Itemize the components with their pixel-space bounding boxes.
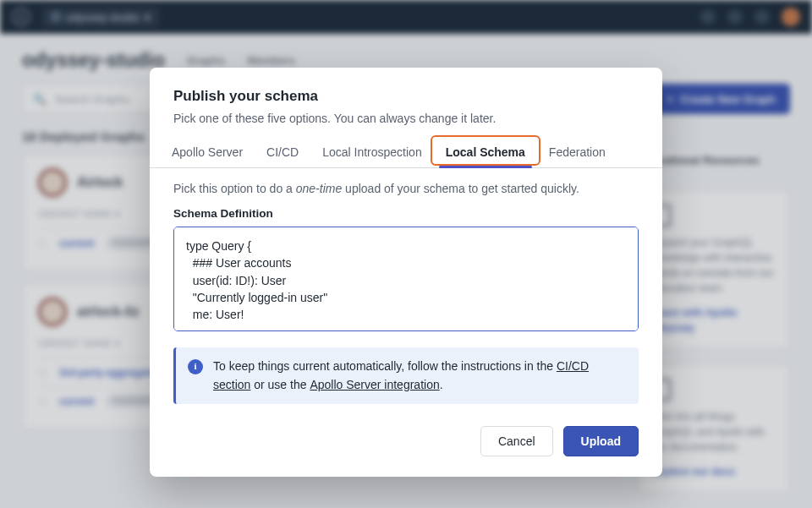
schema-definition-input[interactable] <box>173 227 639 331</box>
tab-local-introspection[interactable]: Local Introspection <box>310 137 434 167</box>
option-description: Pick this option to do a one-time upload… <box>173 182 639 195</box>
tab-local-schema[interactable]: Local Schema <box>434 137 537 167</box>
modal-tabs: Apollo Server CI/CD Local Introspection … <box>150 137 662 168</box>
publish-schema-modal: Publish your schema Pick one of these fi… <box>150 68 662 477</box>
info-banner: i To keep things current automatically, … <box>173 347 639 404</box>
cancel-button[interactable]: Cancel <box>480 426 553 456</box>
modal-title: Publish your schema <box>173 88 639 105</box>
upload-button[interactable]: Upload <box>563 426 639 456</box>
tab-cicd[interactable]: CI/CD <box>255 137 310 167</box>
apollo-server-link[interactable]: Apollo Server integration <box>310 378 439 391</box>
schema-label: Schema Definition <box>173 207 639 220</box>
info-icon: i <box>188 359 203 374</box>
tab-federation[interactable]: Federation <box>537 137 617 167</box>
modal-overlay[interactable]: Publish your schema Pick one of these fi… <box>0 0 812 508</box>
tab-apollo-server[interactable]: Apollo Server <box>160 137 255 167</box>
tab-underline <box>439 166 532 168</box>
modal-subtitle: Pick one of these five options. You can … <box>173 112 639 125</box>
